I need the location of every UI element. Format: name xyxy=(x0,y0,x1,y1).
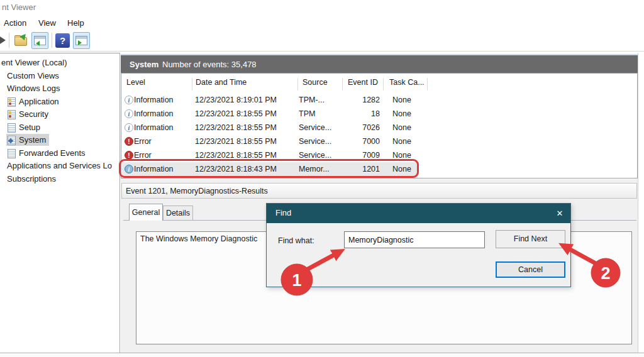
menu-action[interactable]: Action xyxy=(4,18,26,28)
find-dialog: Find ✕ Find what: Find Next Cancel xyxy=(266,203,571,287)
window-title: nt Viewer xyxy=(2,3,36,12)
close-icon[interactable]: ✕ xyxy=(549,204,570,223)
column-eventid[interactable]: Event ID xyxy=(348,78,378,87)
column-separator[interactable] xyxy=(192,78,192,91)
tree-item-system[interactable]: System xyxy=(19,135,46,147)
tab-general[interactable]: General xyxy=(129,204,163,221)
find-what-input[interactable] xyxy=(344,231,485,248)
log-icon xyxy=(8,136,16,145)
error-icon: ! xyxy=(125,151,133,160)
menu-view[interactable]: View xyxy=(38,18,56,28)
toolbar-separator xyxy=(52,33,52,48)
event-count: Number of events: 35,478 xyxy=(162,60,257,69)
window-bottom-margin xyxy=(0,353,644,357)
log-icon xyxy=(8,123,16,133)
log-icon xyxy=(8,110,16,119)
toggle-console-tree-button[interactable] xyxy=(31,32,48,49)
log-icon xyxy=(8,149,16,158)
event-row[interactable]: ! Error12/23/2021 8:18:55 PM Service...7… xyxy=(122,148,636,162)
column-date[interactable]: Date and Time xyxy=(196,78,247,87)
column-separator[interactable] xyxy=(427,78,428,91)
column-separator[interactable] xyxy=(297,78,298,91)
action-pane-icon xyxy=(75,36,87,45)
open-saved-log-button[interactable] xyxy=(12,32,29,49)
error-icon: ! xyxy=(125,137,133,146)
event-detail-header: Event 1201, MemoryDiagnostics-Results xyxy=(121,183,637,199)
tab-details[interactable]: Details xyxy=(163,206,193,221)
console-tree: ent Viewer (Local) Custom Views Windows … xyxy=(0,53,119,353)
tree-item-applications-services-logs[interactable]: Applications and Services Lo xyxy=(7,161,112,173)
information-icon: i xyxy=(125,165,133,173)
column-separator[interactable] xyxy=(383,78,384,91)
find-dialog-titlebar[interactable]: Find ✕ xyxy=(267,204,570,223)
find-next-button[interactable]: Find Next xyxy=(496,230,565,248)
tree-item-subscriptions[interactable]: Subscriptions xyxy=(7,174,56,186)
event-list: Level Date and Time Source Event ID Task… xyxy=(121,73,638,178)
tree-item-security[interactable]: Security xyxy=(19,109,48,121)
console-tree-icon xyxy=(34,36,46,45)
toolbar-separator xyxy=(9,33,9,48)
tree-item-application[interactable]: Application xyxy=(19,97,59,109)
tree-item-setup[interactable]: Setup xyxy=(19,123,40,135)
log-icon xyxy=(8,97,16,107)
tree-item-event-viewer-local[interactable]: ent Viewer (Local) xyxy=(1,58,67,70)
tree-item-forwarded-events[interactable]: Forwarded Events xyxy=(19,148,86,160)
cancel-button[interactable]: Cancel xyxy=(496,261,565,278)
log-header-band: System Number of events: 35,478 xyxy=(121,54,638,73)
column-source[interactable]: Source xyxy=(303,78,328,87)
find-dialog-title: Find xyxy=(275,208,291,217)
information-icon: i xyxy=(125,123,133,132)
column-header-row: Level Date and Time Source Event ID Task… xyxy=(121,74,637,91)
toggle-action-pane-button[interactable] xyxy=(73,32,90,49)
window-right-edge xyxy=(638,53,644,353)
column-taskcat[interactable]: Task Ca... xyxy=(389,78,425,87)
toolbar: ? xyxy=(0,30,644,52)
tree-item-custom-views[interactable]: Custom Views xyxy=(7,71,59,83)
help-icon[interactable]: ? xyxy=(55,33,70,48)
tree-item-windows-logs[interactable]: Windows Logs xyxy=(7,84,60,96)
event-row-selected[interactable]: i Information12/23/2021 8:18:43 PM Memor… xyxy=(122,162,419,176)
event-viewer-window: nt Viewer Action View Help ? ent Viewer … xyxy=(0,0,644,357)
log-name: System xyxy=(130,60,158,69)
find-what-label: Find what: xyxy=(278,236,314,245)
column-level[interactable]: Level xyxy=(126,78,145,87)
event-row[interactable]: ! Error12/23/2021 8:18:55 PM Service...7… xyxy=(122,135,636,148)
information-icon: i xyxy=(125,96,133,104)
panel-divider[interactable] xyxy=(119,53,120,353)
column-separator[interactable] xyxy=(342,78,343,91)
event-row[interactable]: i Information12/23/2021 8:18:55 PM TPM18… xyxy=(122,107,636,121)
forward-arrow-icon[interactable] xyxy=(0,36,6,44)
event-row[interactable]: i Information12/23/2021 8:19:01 PM TPM-.… xyxy=(122,93,636,107)
information-icon: i xyxy=(125,109,133,118)
menu-help[interactable]: Help xyxy=(67,18,84,28)
event-row[interactable]: i Information12/23/2021 8:18:55 PM Servi… xyxy=(122,121,636,135)
